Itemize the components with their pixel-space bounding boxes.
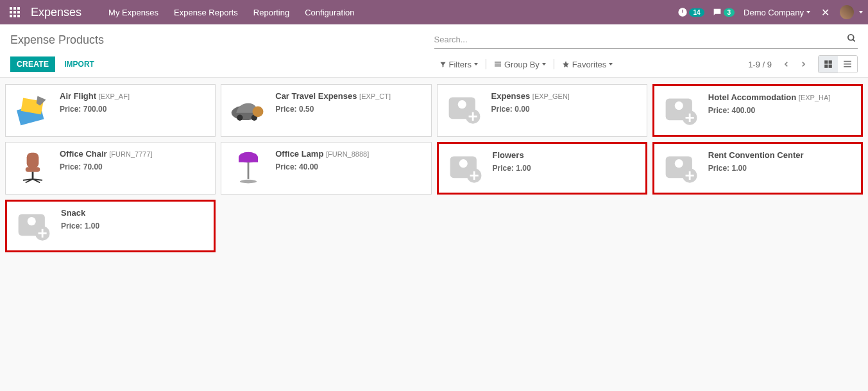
product-title: Snack (61, 208, 207, 218)
caret-down-icon (609, 63, 613, 65)
svg-rect-2 (17, 7, 20, 10)
pager-prev[interactable] (778, 56, 795, 73)
product-card[interactable]: Air Flight [EXP_AF]Price: 700.00 (5, 84, 216, 137)
svg-rect-12 (495, 64, 501, 65)
svg-rect-17 (829, 65, 832, 68)
svg-rect-11 (495, 62, 501, 63)
product-card[interactable]: Rent Convention CenterPrice: 1.00 (652, 142, 863, 195)
import-button[interactable]: IMPORT (58, 56, 101, 72)
funnel-icon (439, 61, 447, 68)
caret-down-icon (859, 11, 863, 13)
product-image (12, 149, 53, 187)
kanban-view-button[interactable] (819, 56, 838, 73)
nav-reporting[interactable]: Reporting (246, 0, 297, 24)
caret-down-icon (474, 63, 478, 65)
top-navbar: Expenses My Expenses Expense Reports Rep… (0, 0, 868, 24)
nav-expense-reports[interactable]: Expense Reports (166, 0, 246, 24)
favorites-dropdown[interactable]: Favorites (557, 57, 618, 72)
product-card[interactable]: SnackPrice: 1.00 (5, 200, 216, 252)
groupby-dropdown[interactable]: Group By (489, 57, 551, 72)
product-price: Price: 1.00 (493, 164, 639, 173)
product-price: Price: 40.00 (275, 162, 424, 171)
list-view-button[interactable] (838, 56, 857, 73)
product-title: Car Travel Expenses [EXP_CT] (275, 91, 424, 101)
product-title: Office Lamp [FURN_8888] (275, 149, 424, 159)
user-avatar (840, 5, 854, 19)
product-image (13, 208, 55, 247)
product-card[interactable]: Office Chair [FURN_7777]Price: 70.00 (5, 142, 216, 195)
product-code: [EXP_HA] (799, 94, 831, 101)
product-image (228, 149, 269, 187)
apps-menu-icon[interactable] (5, 0, 24, 24)
product-image (12, 91, 53, 130)
nav-my-expenses[interactable]: My Expenses (101, 0, 166, 24)
product-image (444, 91, 485, 130)
search-icon[interactable] (846, 33, 858, 46)
nav-configuration[interactable]: Configuration (297, 0, 362, 24)
product-card[interactable]: Car Travel Expenses [EXP_CT]Price: 0.50 (221, 84, 431, 137)
svg-rect-16 (824, 65, 828, 68)
product-price: Price: 70.00 (60, 162, 208, 171)
product-price: Price: 400.00 (708, 106, 855, 115)
product-price: Price: 700.00 (60, 105, 208, 114)
chat-badge: 3 (724, 8, 735, 17)
svg-rect-19 (844, 64, 851, 65)
debug-close-icon[interactable]: ✕ (815, 0, 835, 24)
product-title: Hotel Accommodation [EXP_HA] (708, 92, 855, 102)
svg-rect-13 (495, 65, 501, 67)
user-menu[interactable] (835, 5, 863, 19)
pager-count[interactable]: 1-9 / 9 (748, 60, 772, 69)
app-brand[interactable]: Expenses (31, 6, 81, 19)
company-dropdown[interactable]: Demo Company (738, 8, 815, 17)
product-title: Air Flight [EXP_AF] (60, 91, 208, 101)
product-card[interactable]: FlowersPrice: 1.00 (437, 142, 647, 195)
product-code: [EXP_GEN] (532, 92, 570, 100)
product-price: Price: 1.00 (61, 222, 207, 230)
activities-icon[interactable]: 14 (674, 0, 708, 24)
product-card[interactable]: Hotel Accommodation [EXP_HA]Price: 400.0… (652, 84, 863, 137)
svg-rect-4 (13, 11, 16, 13)
product-title: Expenses [EXP_GEN] (491, 91, 640, 101)
company-name: Demo Company (744, 8, 804, 17)
pager-next[interactable] (795, 56, 812, 73)
svg-rect-8 (17, 15, 20, 17)
svg-point-9 (848, 35, 854, 40)
svg-rect-0 (10, 7, 12, 10)
svg-rect-18 (844, 61, 851, 62)
list-group-icon (494, 60, 502, 68)
chat-icon[interactable]: 3 (708, 0, 739, 24)
svg-rect-3 (10, 11, 12, 13)
svg-rect-14 (824, 60, 828, 64)
product-title: Rent Convention Center (708, 150, 855, 160)
product-code: [FURN_7777] (109, 150, 152, 158)
svg-rect-1 (13, 7, 16, 10)
product-title: Flowers (493, 150, 639, 160)
product-price: Price: 0.00 (491, 105, 640, 114)
search-input[interactable] (434, 33, 846, 46)
filters-dropdown[interactable]: Filters (434, 57, 483, 72)
create-button[interactable]: CREATE (10, 56, 55, 72)
product-image (661, 92, 702, 131)
svg-line-10 (853, 39, 855, 41)
pager: 1-9 / 9 (748, 55, 858, 73)
svg-rect-20 (844, 66, 851, 67)
caret-down-icon (542, 63, 546, 65)
product-image (228, 91, 269, 130)
kanban-grid: Air Flight [EXP_AF]Price: 700.00Car Trav… (0, 78, 868, 259)
product-code: [EXP_CT] (359, 92, 391, 100)
svg-rect-7 (13, 15, 16, 17)
control-panel: Expense Products CREATE IMPORT Filters (0, 24, 868, 78)
product-price: Price: 0.50 (275, 105, 424, 114)
product-price: Price: 1.00 (708, 164, 855, 173)
star-icon (562, 60, 570, 68)
caret-down-icon (806, 11, 810, 13)
svg-rect-15 (829, 60, 832, 64)
view-switcher (818, 55, 858, 73)
product-image (445, 150, 486, 189)
product-title: Office Chair [FURN_7777] (60, 149, 208, 159)
product-card[interactable]: Office Lamp [FURN_8888]Price: 40.00 (221, 142, 431, 195)
product-code: [FURN_8888] (326, 150, 369, 158)
svg-rect-5 (17, 11, 20, 13)
product-card[interactable]: Expenses [EXP_GEN]Price: 0.00 (437, 84, 647, 137)
search-bar[interactable] (434, 31, 858, 49)
